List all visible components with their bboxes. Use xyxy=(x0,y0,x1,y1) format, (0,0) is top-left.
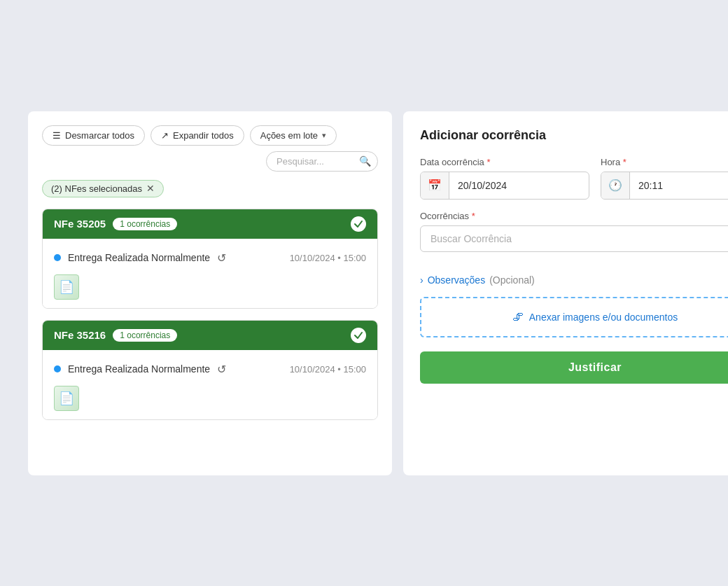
nfe-card-35216: NFe 35216 1 ocorrências Entrega Realizad… xyxy=(42,320,378,420)
data-ocorrencia-input[interactable] xyxy=(449,174,589,197)
justify-button[interactable]: Justificar xyxy=(420,351,728,384)
observacoes-section[interactable]: › Observações (Opcional) xyxy=(420,274,728,286)
deselect-all-label: Desmarcar todos xyxy=(65,130,134,141)
hora-input[interactable] xyxy=(630,174,728,197)
right-panel: Adicionar ocorrência Data ocorrência * 📅… xyxy=(403,111,728,475)
deselect-all-button[interactable]: ☰ Desmarcar todos xyxy=(42,125,145,146)
data-ocorrencia-group: Data ocorrência * 📅 xyxy=(420,157,589,200)
expand-all-button[interactable]: ↗ Expandir todos xyxy=(150,125,244,146)
nfe-title: NFe 35205 xyxy=(54,218,106,230)
ocorrencias-label: Ocorrências * xyxy=(420,211,728,221)
ocorrencias-select[interactable]: Buscar Ocorrência xyxy=(420,225,728,252)
attach-label: Anexar imagens e/ou documentos xyxy=(529,312,678,323)
occurrence-badge-2: 1 ocorrências xyxy=(113,329,177,342)
expand-all-label: Expandir todos xyxy=(173,130,234,141)
nfe-header-35205: NFe 35205 1 ocorrências xyxy=(43,209,377,239)
nfe-item: Entrega Realizada Normalmente ↺ 10/10/20… xyxy=(54,247,366,269)
expand-icon: ↗ xyxy=(161,130,169,141)
batch-actions-button[interactable]: Ações em lote ▾ xyxy=(250,125,337,146)
observacoes-optional-label: (Opcional) xyxy=(489,274,535,286)
observacoes-link[interactable]: Observações xyxy=(428,274,485,286)
hora-input-wrapper: 🕐 xyxy=(601,172,728,200)
chevron-down-icon: ▾ xyxy=(322,131,326,140)
item-date: 10/10/2024 • 15:00 xyxy=(290,253,366,263)
hora-group: Hora * 🕐 xyxy=(601,157,728,200)
ocorrencias-select-wrapper: Buscar Ocorrência ▾ xyxy=(420,225,728,252)
clear-selection-button[interactable]: ✕ xyxy=(146,183,155,193)
status-dot-2 xyxy=(54,365,61,372)
search-icon: 🔍 xyxy=(359,155,371,167)
nfe-item-left-2: Entrega Realizada Normalmente ↺ xyxy=(54,363,226,376)
toolbar: ☰ Desmarcar todos ↗ Expandir todos Ações… xyxy=(42,125,378,172)
nfe-item-left: Entrega Realizada Normalmente ↺ xyxy=(54,251,226,265)
check-circle-icon-2 xyxy=(351,328,366,343)
batch-actions-label: Ações em lote xyxy=(260,130,318,141)
nfe-body-35205: Entrega Realizada Normalmente ↺ 10/10/20… xyxy=(43,239,377,308)
left-panel: ☰ Desmarcar todos ↗ Expandir todos Ações… xyxy=(28,111,392,475)
refresh-icon-2[interactable]: ↺ xyxy=(217,363,226,376)
chevron-right-icon: › xyxy=(420,274,424,286)
refresh-icon[interactable]: ↺ xyxy=(217,251,226,265)
selected-count-label: (2) NFes selecionadas xyxy=(51,183,142,194)
nfe-card-35205: NFe 35205 1 ocorrências Entrega Realizad… xyxy=(42,209,378,309)
file-thumbnail-2: 📄 xyxy=(54,386,79,411)
item-text: Entrega Realizada Normalmente xyxy=(68,252,210,263)
nfe-body-35216: Entrega Realizada Normalmente ↺ 10/10/20… xyxy=(43,350,377,419)
ocorrencias-group: Ocorrências * Buscar Ocorrência ▾ xyxy=(420,211,728,263)
clock-icon: 🕐 xyxy=(601,172,630,199)
nfe-header-left: NFe 35205 1 ocorrências xyxy=(54,218,177,230)
occurrence-badge: 1 ocorrências xyxy=(113,218,177,230)
file-icon-2: 📄 xyxy=(59,391,74,406)
attach-area-content: 🖇 Anexar imagens e/ou documentos xyxy=(434,311,728,323)
list-icon: ☰ xyxy=(52,130,61,141)
search-icon-button[interactable]: 🔍 xyxy=(359,155,371,167)
file-icon: 📄 xyxy=(59,279,74,295)
panel-title: Adicionar ocorrência xyxy=(420,128,728,143)
data-ocorrencia-label: Data ocorrência * xyxy=(420,157,589,167)
nfe-header-35216: NFe 35216 1 ocorrências xyxy=(43,321,377,350)
nfe-item-2: Entrega Realizada Normalmente ↺ 10/10/20… xyxy=(54,358,366,380)
status-dot xyxy=(54,254,61,261)
data-ocorrencia-input-wrapper: 📅 xyxy=(420,172,589,200)
nfe-title-2: NFe 35216 xyxy=(54,329,106,341)
file-thumbnail: 📄 xyxy=(54,274,79,300)
selected-nfes-badge: (2) NFes selecionadas ✕ xyxy=(42,180,164,197)
date-time-row: Data ocorrência * 📅 Hora * 🕐 xyxy=(420,157,728,200)
attach-icon: 🖇 xyxy=(512,311,524,323)
attach-area[interactable]: 🖇 Anexar imagens e/ou documentos xyxy=(420,297,728,337)
search-container: 🔍 xyxy=(266,151,378,172)
calendar-icon: 📅 xyxy=(421,172,449,199)
item-date-2: 10/10/2024 • 15:00 xyxy=(290,364,366,375)
item-text-2: Entrega Realizada Normalmente xyxy=(68,363,210,375)
check-circle-icon xyxy=(351,216,366,232)
hora-label: Hora * xyxy=(601,157,728,167)
nfe-header-left-2: NFe 35216 1 ocorrências xyxy=(54,329,177,342)
